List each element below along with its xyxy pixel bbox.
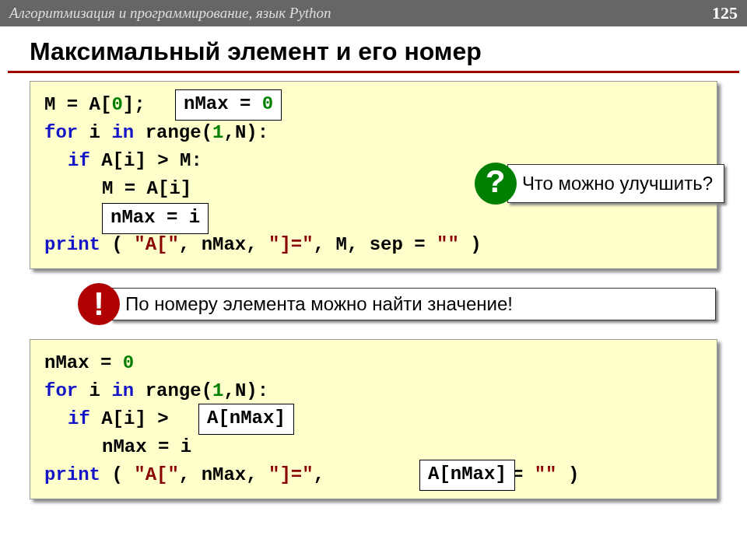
- code-line: print ( "A[", nMax, "]=", M, sep = "" ): [44, 231, 703, 259]
- code-line: if A[i] >: [44, 405, 703, 433]
- code-block-2: nMax = 0 for i in range(1,N): if A[i] > …: [30, 339, 717, 499]
- code-line: print ( "A[", nMax, "]=", , sep = "" ): [44, 461, 703, 489]
- question-callout: ? Что можно улучшить?: [475, 163, 724, 205]
- code-line: M = A[0];: [44, 91, 703, 119]
- header-subject: Алгоритмизация и программирование, язык …: [9, 5, 331, 22]
- exclaim-icon: !: [78, 283, 120, 325]
- code-line: nMax = 0: [44, 349, 703, 377]
- inline-box-nmaxi: nMax = i: [102, 203, 209, 234]
- code-block-1: M = A[0]; nMax = 0 for i in range(1,N): …: [30, 81, 717, 269]
- code-line: nMax = i: [44, 433, 703, 461]
- code-line: for i in range(1,N):: [44, 377, 703, 405]
- inline-box-anmax2: A[nMax]: [419, 460, 515, 491]
- page-number: 125: [712, 3, 738, 23]
- inline-box-nmax0: nMax = 0: [175, 89, 282, 121]
- question-icon: ?: [475, 163, 517, 205]
- inline-box-anmax1: A[nMax]: [198, 404, 294, 435]
- exclaim-text: По номеру элемента можно найти значение!: [110, 288, 716, 320]
- code-line: for i in range(1,N):: [44, 119, 703, 147]
- exclaim-callout: ! По номеру элемента можно найти значени…: [78, 283, 716, 325]
- page-title: Максимальный элемент и его номер: [8, 26, 739, 73]
- header-bar: Алгоритмизация и программирование, язык …: [0, 0, 747, 26]
- question-text: Что можно улучшить?: [507, 164, 724, 203]
